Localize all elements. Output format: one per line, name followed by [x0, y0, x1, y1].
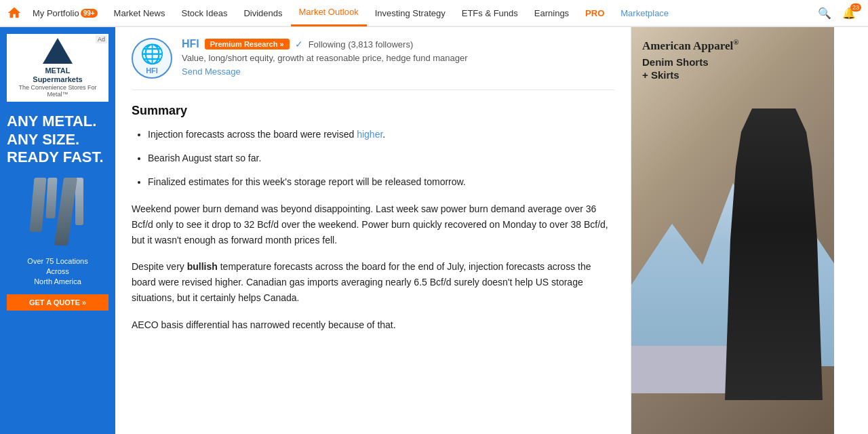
page-layout: Ad METAL Supermarkets The Convenience St… [0, 27, 868, 434]
search-icon: 🔍 [818, 7, 831, 20]
right-ad-image [631, 27, 834, 434]
send-message-link[interactable]: Send Message [182, 66, 241, 77]
nav-item-portfolio[interactable]: My Portfolio 99+ [24, 0, 106, 26]
ad-cta-button[interactable]: GET A QUOTE » [7, 294, 108, 311]
nav-item-earnings[interactable]: Earnings [526, 0, 577, 26]
article-paragraph-3: AECO basis differential has narrowed rec… [132, 317, 614, 333]
author-avatar: 🌐 HFI [132, 38, 172, 79]
article-paragraph-2: Despite very bullish temperature forecas… [132, 259, 614, 306]
person-silhouette [719, 108, 828, 400]
metal-bar-2 [45, 178, 57, 218]
left-advertisement: Ad METAL Supermarkets The Convenience St… [0, 27, 115, 434]
metal-bar-1 [30, 178, 47, 232]
article-body: Summary Injection forecasts across the b… [132, 104, 614, 333]
portfolio-badge: 99+ [81, 9, 98, 18]
ad-label: Ad [96, 35, 107, 43]
nav-item-stock-ideas[interactable]: Stock Ideas [173, 0, 235, 26]
site-logo[interactable] [7, 5, 22, 20]
summary-bullets-list: Injection forecasts across the board wer… [132, 127, 614, 189]
bullet-1: Injection forecasts across the board wer… [148, 127, 614, 142]
reg-symbol: ® [733, 38, 738, 46]
author-header: 🌐 HFI HFI Premium Research » ✓ Following… [132, 38, 614, 90]
author-name-row: HFI Premium Research » ✓ Following (3,81… [182, 38, 614, 50]
right-sidebar: American Apparel® Denim Shorts + Skirts [631, 27, 834, 434]
following-text: Following (3,813 followers) [309, 39, 414, 50]
ad-brand-name: METAL Supermarkets [14, 66, 102, 84]
ad-tagline: The Convenience Stores For Metal™ [14, 84, 102, 98]
notifications-button[interactable]: 🔔 23 [837, 1, 861, 25]
nav-right-icons: 🔍 🔔 23 [812, 1, 861, 25]
author-info: HFI Premium Research » ✓ Following (3,81… [182, 38, 614, 77]
top-navigation: My Portfolio 99+ Market News Stock Ideas… [0, 0, 868, 27]
nav-item-marketplace[interactable]: Marketplace [612, 0, 677, 26]
nav-item-market-outlook[interactable]: Market Outlook [291, 0, 367, 26]
author-abbreviation: HFI [140, 66, 164, 75]
ad-metal-image [32, 178, 83, 245]
notification-badge: 23 [850, 3, 861, 12]
bullet-2: Bearish August start so far. [148, 151, 614, 165]
right-ad-product: Denim Shorts + Skirts [642, 56, 738, 82]
bullet-3: Finalized estimates for this week's stor… [148, 175, 614, 189]
search-button[interactable]: 🔍 [812, 1, 837, 25]
author-ticker[interactable]: HFI [182, 38, 199, 50]
higher-link[interactable]: higher [357, 129, 382, 140]
nav-item-etfs-funds[interactable]: ETFs & Funds [454, 0, 526, 26]
bold-bullish: bullish [187, 261, 218, 272]
metal-bar-4 [75, 178, 83, 225]
ad-footer-text: Over 75 Locations Across North America [27, 256, 87, 288]
right-ad-overlay-text: American Apparel® Denim Shorts + Skirts [642, 38, 738, 82]
nav-item-pro[interactable]: PRO [577, 0, 612, 26]
following-check-icon: ✓ [295, 39, 303, 50]
metal-bar-3 [54, 178, 77, 245]
nav-item-investing-strategy[interactable]: Investing Strategy [367, 0, 454, 26]
main-content: 🌐 HFI HFI Premium Research » ✓ Following… [115, 27, 631, 434]
premium-badge: Premium Research » [205, 39, 290, 50]
globe-icon: 🌐 [140, 43, 164, 65]
summary-title: Summary [132, 104, 614, 118]
nav-item-market-news[interactable]: Market News [106, 0, 174, 26]
ad-logo-box: Ad METAL Supermarkets The Convenience St… [7, 34, 108, 102]
article-paragraph-1: Weekend power burn demand was beyond dis… [132, 201, 614, 248]
ad-logo-triangle [43, 38, 73, 64]
right-advertisement: American Apparel® Denim Shorts + Skirts [631, 27, 834, 434]
ad-headline: ANY METAL. ANY SIZE. READY FAST. [7, 113, 108, 166]
author-bio: Value, long/short equity, growth at reas… [182, 53, 614, 63]
nav-item-dividends[interactable]: Dividends [235, 0, 290, 26]
right-ad-brand: American Apparel® [642, 38, 738, 53]
